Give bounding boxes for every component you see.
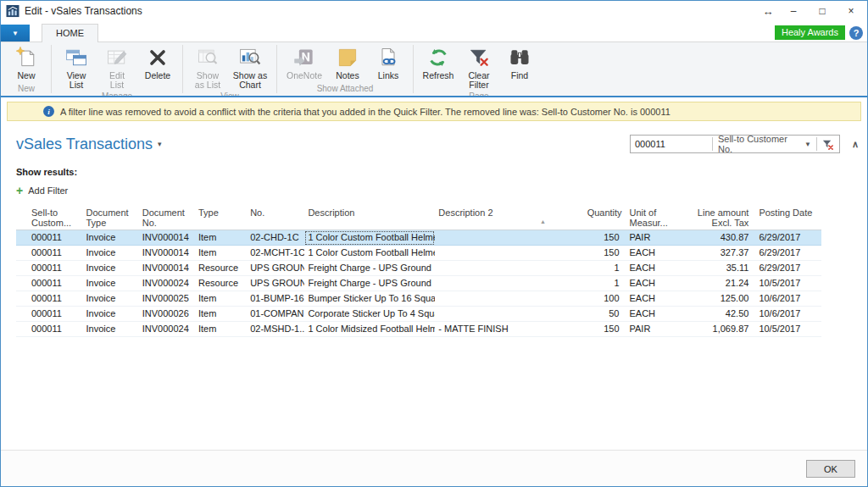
cell-quantity[interactable]: 150 bbox=[584, 322, 623, 337]
cell-posting-date[interactable]: 10/5/2017 bbox=[752, 322, 821, 337]
table-row[interactable]: 000011 Invoice INV000014 Item 02-MCHT-1C… bbox=[16, 246, 821, 261]
cell-document-no[interactable]: INV000025 bbox=[139, 291, 195, 307]
cell-type[interactable]: Resource bbox=[195, 276, 247, 291]
column-header[interactable]: No. bbox=[247, 206, 304, 230]
cell-posting-date[interactable]: 6/29/2017 bbox=[752, 246, 821, 261]
cell-unit-of-measure[interactable]: EACH bbox=[623, 307, 676, 322]
cell-description[interactable]: Bumper Sticker Up To 16 Square ... bbox=[304, 291, 435, 307]
cell-line-amount[interactable]: 125.00 bbox=[676, 291, 753, 307]
cell-no[interactable]: 02-MSHD-1... bbox=[247, 322, 304, 337]
show-as-chart-button[interactable]: Show as Chart bbox=[228, 44, 272, 90]
cell-document-type[interactable]: Invoice bbox=[82, 291, 138, 307]
cell-quantity[interactable]: 100 bbox=[584, 291, 623, 307]
cell-line-amount[interactable]: 1,069.87 bbox=[676, 322, 753, 337]
cell-no[interactable]: 01-BUMP-16 bbox=[247, 291, 304, 307]
cell-document-type[interactable]: Invoice bbox=[82, 322, 138, 337]
cell-description-2[interactable] bbox=[435, 291, 583, 307]
column-header[interactable]: Document Type bbox=[82, 206, 138, 230]
cell-quantity[interactable]: 50 bbox=[584, 307, 623, 322]
cell-unit-of-measure[interactable]: EACH bbox=[623, 261, 676, 276]
cell-description-2[interactable] bbox=[435, 261, 583, 276]
cell-type[interactable]: Item bbox=[195, 246, 247, 261]
page-title-caret-icon[interactable]: ▾ bbox=[158, 140, 162, 148]
cell-document-no[interactable]: INV000014 bbox=[139, 246, 195, 261]
column-header[interactable]: Description 2 bbox=[435, 206, 583, 230]
collapse-filter-pane-icon[interactable]: ∧ bbox=[852, 139, 859, 150]
delete-button[interactable]: Delete bbox=[137, 44, 178, 80]
find-button[interactable]: Find bbox=[499, 44, 540, 80]
cell-description-2[interactable] bbox=[435, 230, 583, 246]
cell-description[interactable]: 1 Color Midsized Football Helme... bbox=[304, 322, 435, 337]
cell-quantity[interactable]: 1 bbox=[584, 261, 623, 276]
cell-posting-date[interactable]: 10/5/2017 bbox=[752, 276, 821, 291]
cell-type[interactable]: Item bbox=[195, 230, 247, 246]
ok-button[interactable]: OK bbox=[806, 460, 855, 478]
cell-quantity[interactable]: 150 bbox=[584, 230, 623, 246]
application-menu-button[interactable]: ▼ bbox=[1, 25, 30, 42]
clear-quick-filter-button[interactable] bbox=[817, 136, 839, 152]
cell-description-2[interactable] bbox=[435, 307, 583, 322]
column-header[interactable]: Unit of Measur... bbox=[623, 206, 676, 230]
cell-type[interactable]: Item bbox=[195, 322, 247, 337]
cell-document-no[interactable]: INV000026 bbox=[139, 307, 195, 322]
cell-unit-of-measure[interactable]: PAIR bbox=[623, 322, 676, 337]
notes-button[interactable]: Notes bbox=[327, 44, 368, 80]
cell-description[interactable]: Freight Charge - UPS Ground bbox=[304, 261, 435, 276]
cell-document-no[interactable]: INV000024 bbox=[139, 322, 195, 337]
cell-description-2[interactable]: - MATTE FINISH bbox=[435, 322, 583, 337]
cell-document-no[interactable]: INV000024 bbox=[139, 276, 195, 291]
column-header[interactable]: Quantity bbox=[584, 206, 623, 230]
edit-list-button[interactable]: Edit List bbox=[97, 44, 137, 90]
column-header[interactable]: Sell-to Custom... bbox=[16, 206, 82, 230]
cell-description-2[interactable] bbox=[435, 276, 583, 291]
new-button[interactable]: New bbox=[6, 44, 47, 80]
cell-unit-of-measure[interactable]: EACH bbox=[623, 246, 676, 261]
cell-no[interactable]: 02-CHD-1C bbox=[247, 230, 304, 246]
cell-document-type[interactable]: Invoice bbox=[82, 230, 138, 246]
cell-no[interactable]: UPS GROUND bbox=[247, 276, 304, 291]
table-row[interactable]: 000011 Invoice INV000024 Resource UPS GR… bbox=[16, 276, 821, 291]
column-header[interactable]: Document No. bbox=[139, 206, 195, 230]
cell-description[interactable]: Corporate Sticker Up To 4 Square... bbox=[304, 307, 435, 322]
minimize-button[interactable]: – bbox=[781, 3, 806, 19]
table-row[interactable]: 000011 Invoice INV000026 Item 01-COMPAN.… bbox=[16, 307, 821, 322]
onenote-button[interactable]: OneNote bbox=[281, 44, 327, 80]
cell-description[interactable]: Freight Charge - UPS Ground bbox=[304, 276, 435, 291]
cell-line-amount[interactable]: 35.11 bbox=[676, 261, 753, 276]
close-button[interactable]: × bbox=[838, 3, 864, 19]
cell-unit-of-measure[interactable]: PAIR bbox=[623, 230, 676, 246]
help-icon[interactable]: ? bbox=[849, 26, 863, 40]
table-row[interactable]: 000011 Invoice INV000025 Item 01-BUMP-16… bbox=[16, 291, 821, 307]
cell-document-type[interactable]: Invoice bbox=[82, 261, 138, 276]
cell-no[interactable]: 02-MCHT-1C bbox=[247, 246, 304, 261]
view-list-button[interactable]: View List bbox=[56, 44, 97, 90]
column-header[interactable]: Description bbox=[304, 206, 435, 230]
refresh-button[interactable]: Refresh bbox=[418, 44, 459, 80]
cell-sell-to-customer[interactable]: 000011 bbox=[16, 307, 82, 322]
tab-home[interactable]: HOME bbox=[42, 24, 98, 42]
cell-posting-date[interactable]: 6/29/2017 bbox=[752, 261, 821, 276]
cell-document-no[interactable]: INV000014 bbox=[139, 261, 195, 276]
column-header[interactable]: Posting Date bbox=[752, 206, 821, 230]
cell-posting-date[interactable]: 6/29/2017 bbox=[752, 230, 821, 246]
cell-document-no[interactable]: INV000014 bbox=[139, 230, 195, 246]
cell-unit-of-measure[interactable]: EACH bbox=[623, 276, 676, 291]
cell-type[interactable]: Item bbox=[195, 307, 247, 322]
filter-field-selector[interactable]: Sell-to Customer No. ▼ bbox=[713, 134, 816, 154]
cell-description[interactable]: 1 Color Custom Football Helmet... bbox=[304, 230, 435, 246]
clear-filter-button[interactable]: Clear Filter bbox=[459, 44, 499, 90]
cell-posting-date[interactable]: 10/6/2017 bbox=[752, 307, 821, 322]
cell-sell-to-customer[interactable]: 000011 bbox=[16, 246, 82, 261]
cell-quantity[interactable]: 150 bbox=[584, 246, 623, 261]
cell-sell-to-customer[interactable]: 000011 bbox=[16, 261, 82, 276]
cell-no[interactable]: UPS GROUND bbox=[247, 261, 304, 276]
column-header[interactable]: Line amount Excl. Tax bbox=[676, 206, 753, 230]
cell-sell-to-customer[interactable]: 000011 bbox=[16, 230, 82, 246]
cell-type[interactable]: Item bbox=[195, 291, 247, 307]
cell-line-amount[interactable]: 42.50 bbox=[676, 307, 753, 322]
table-row[interactable]: 000011 Invoice INV000014 Item 02-CHD-1C … bbox=[16, 230, 821, 246]
links-button[interactable]: Links bbox=[368, 44, 409, 80]
cell-sell-to-customer[interactable]: 000011 bbox=[16, 291, 82, 307]
cell-document-type[interactable]: Invoice bbox=[82, 246, 138, 261]
cell-description-2[interactable] bbox=[435, 246, 583, 261]
